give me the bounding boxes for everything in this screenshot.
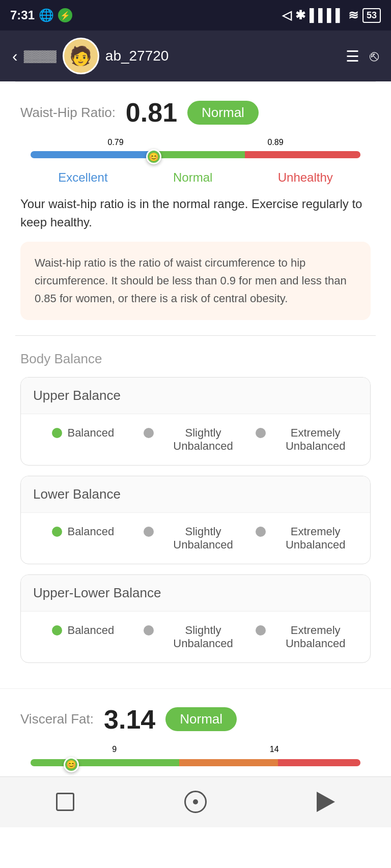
home-icon: [184, 791, 207, 813]
back-text: ▓▓▓▓: [24, 49, 57, 63]
lower-extremely-unbalanced: Extremely Unbalanced: [256, 525, 360, 552]
waist-hip-ratio-section: Waist-Hip Ratio: 0.81 Normal 0.79 0.89 😊…: [0, 82, 391, 335]
vf-thumb: 😊: [64, 757, 79, 772]
vf-track-normal: [31, 759, 179, 766]
nav-bar: [0, 776, 391, 827]
stop-button[interactable]: [50, 787, 80, 817]
visceral-fat-section: Visceral Fat: 3.14 Normal 9 14 😊: [0, 688, 391, 776]
battery-icon: 53: [362, 8, 381, 23]
dot-green-ul: [52, 625, 62, 635]
track-labels: Excellent Normal Unhealthy: [20, 170, 371, 185]
back-nav-button[interactable]: [311, 787, 341, 817]
lower-balance-card: Lower Balance Balanced Slightly Unbalanc…: [20, 476, 371, 564]
app-icon: ⚡: [58, 8, 72, 22]
header-left: ‹ ▓▓▓▓ 🧑 ab_27720: [12, 38, 169, 74]
status-time: 7:31: [10, 8, 35, 22]
vf-threshold-high: 14: [270, 745, 279, 754]
upper-lower-balance-card: Upper-Lower Balance Balanced Slightly Un…: [20, 574, 371, 663]
whr-slider: 😊: [31, 151, 360, 162]
upper-balance-header: Upper Balance: [21, 378, 370, 414]
stop-icon: [56, 793, 74, 811]
dot-gray-ul-1: [144, 625, 154, 635]
body-balance-section: Body Balance Upper Balance Balanced Slig…: [0, 336, 391, 688]
label-normal: Normal: [173, 170, 212, 185]
signal-icon: ▌▌▌▌: [310, 8, 344, 22]
vf-threshold-low: 9: [112, 745, 117, 754]
vf-badge: Normal: [165, 707, 237, 731]
upper-balanced: Balanced: [31, 426, 135, 453]
whr-badge: Normal: [187, 101, 259, 125]
back-icon: [317, 792, 335, 812]
header: ‹ ▓▓▓▓ 🧑 ab_27720 ☰ ⎋: [0, 31, 391, 81]
status-bar: 7:31 🌐 ⚡ ◁ ✱ ▌▌▌▌ ≋ 53: [0, 0, 391, 31]
google-icon: 🌐: [39, 8, 54, 22]
status-left: 7:31 🌐 ⚡: [10, 8, 72, 22]
vf-label: Visceral Fat:: [20, 711, 94, 727]
whr-track: [31, 151, 360, 158]
main-content: Waist-Hip Ratio: 0.81 Normal 0.79 0.89 😊…: [0, 81, 391, 776]
track-unhealthy: [245, 151, 360, 158]
label-excellent: Excellent: [58, 170, 107, 185]
dot-green-lower: [52, 527, 62, 537]
header-right: ☰ ⎋: [346, 47, 379, 65]
vf-slider: 😊: [31, 759, 360, 766]
dot-gray-lower-1: [144, 527, 154, 537]
whr-metric-row: Waist-Hip Ratio: 0.81 Normal: [20, 97, 371, 128]
wifi-icon: ≋: [348, 8, 358, 22]
dot-green-upper: [52, 428, 62, 438]
whr-thumb: 😊: [146, 149, 161, 164]
vf-track-danger: [278, 759, 360, 766]
dot-gray-lower-2: [256, 527, 266, 537]
dot-gray-ul-2: [256, 625, 266, 635]
avatar-emoji: 🧑: [69, 45, 92, 67]
home-button[interactable]: [180, 787, 211, 817]
whr-threshold-low: 0.79: [107, 138, 123, 147]
lower-slightly-unbalanced: Slightly Unbalanced: [144, 525, 248, 552]
whr-threshold-labels: 0.79 0.89: [20, 138, 371, 147]
location-icon: ◁: [282, 8, 291, 22]
lower-balance-body: Balanced Slightly Unbalanced Extremely U…: [21, 513, 370, 564]
track-excellent: [31, 151, 156, 158]
ul-slightly-unbalanced: Slightly Unbalanced: [144, 624, 248, 650]
vf-track: [31, 759, 360, 766]
avatar: 🧑: [63, 38, 99, 74]
menu-icon[interactable]: ☰: [346, 47, 359, 65]
status-right: ◁ ✱ ▌▌▌▌ ≋ 53: [282, 8, 381, 23]
upper-balance-body: Balanced Slightly Unbalanced Extremely U…: [21, 414, 370, 465]
share-icon[interactable]: ⎋: [370, 47, 379, 65]
ul-extremely-unbalanced: Extremely Unbalanced: [256, 624, 360, 650]
whr-threshold-high: 0.89: [267, 138, 283, 147]
whr-info-box: Waist-hip ratio is the ratio of waist ci…: [20, 242, 371, 320]
whr-description: Your waist-hip ratio is in the normal ra…: [20, 195, 371, 232]
upper-lower-balance-body: Balanced Slightly Unbalanced Extremely U…: [21, 612, 370, 662]
lower-balance-header: Lower Balance: [21, 476, 370, 513]
whr-value: 0.81: [126, 97, 177, 128]
dot-gray-upper-2: [256, 428, 266, 438]
vf-threshold-labels: 9 14: [20, 745, 371, 754]
username: ab_27720: [105, 48, 169, 64]
upper-extremely-unbalanced: Extremely Unbalanced: [256, 426, 360, 453]
lower-balanced: Balanced: [31, 525, 135, 552]
upper-lower-balance-header: Upper-Lower Balance: [21, 575, 370, 612]
upper-slightly-unbalanced: Slightly Unbalanced: [144, 426, 248, 453]
upper-balance-card: Upper Balance Balanced Slightly Unbalanc…: [20, 377, 371, 466]
whr-label: Waist-Hip Ratio:: [20, 105, 116, 121]
vf-metric-row: Visceral Fat: 3.14 Normal: [20, 704, 371, 735]
ul-balanced: Balanced: [31, 624, 135, 650]
vf-value: 3.14: [104, 704, 155, 735]
vf-track-warning: [179, 759, 278, 766]
body-balance-title: Body Balance: [20, 351, 371, 367]
whr-info-text: Waist-hip ratio is the ratio of waist ci…: [35, 254, 356, 308]
dot-gray-upper-1: [144, 428, 154, 438]
track-normal: [156, 151, 245, 158]
back-button[interactable]: ‹: [12, 47, 18, 66]
bluetooth-icon: ✱: [295, 8, 305, 22]
label-unhealthy: Unhealthy: [278, 170, 333, 185]
